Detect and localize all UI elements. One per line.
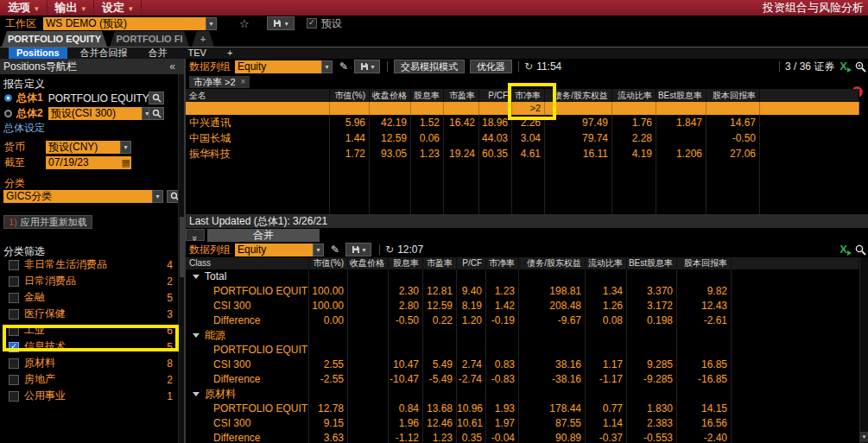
column-header-4[interactable]: 股息率 (389, 257, 423, 269)
portfolio2-select[interactable]: 预设(CSI 300) (48, 107, 142, 120)
column-header-9[interactable]: 流动比率 (612, 89, 656, 102)
column-header-10[interactable]: BEst股息率 (656, 89, 706, 102)
group-1-row-3[interactable]: Difference0.00-0.500.221.20-0.19-9.670.0… (186, 313, 859, 328)
security-row-3[interactable]: 振华科技1.7293.051.2319.2460.354.6116.114.19… (186, 146, 859, 161)
filter-row-2[interactable]: 日常消费品2 (0, 273, 180, 289)
filter-checkbox[interactable] (9, 309, 19, 320)
dataset-select[interactable]: Equity (235, 60, 321, 73)
workspace-caret-button[interactable]: ▾ (206, 17, 217, 30)
edit-pencil-icon[interactable]: ✎ (331, 244, 339, 256)
group-3-row-1[interactable]: PORTFOLIO EQUITY12.780.8413.6810.961.931… (186, 402, 859, 416)
column-header-11[interactable]: 股本回报率 (706, 89, 760, 102)
portfolio1-search-button[interactable] (149, 92, 164, 104)
dataset-select[interactable]: Equity (235, 244, 313, 256)
security-row-2[interactable]: 中国长城1.4412.590.0644.033.0479.742.28-0.50 (186, 130, 859, 146)
column-header-11[interactable]: 股本回报率 (677, 257, 732, 269)
filter-cell-10[interactable] (656, 102, 706, 115)
filter-row-1[interactable]: 非日常生活消费品4 (0, 256, 180, 273)
menubar-item[interactable]: 输出▾ (48, 0, 95, 16)
group-1-row-2[interactable]: CSI 300100.002.8012.598.191.42208.481.26… (186, 299, 859, 313)
view-tab-1[interactable]: Positions (9, 47, 67, 59)
group-2-row-3[interactable]: Difference-2.55-10.47-5.49-2.74-0.83-38.… (186, 372, 859, 387)
filter-row-8[interactable]: 房地产2 (0, 371, 180, 388)
column-header-1[interactable]: 全名 (186, 89, 330, 102)
preset-checkbox[interactable]: ✓ (307, 18, 317, 28)
apply-reload-button[interactable]: 1) 应用并重新加载 (3, 215, 92, 229)
filter-cell-1[interactable] (186, 102, 330, 115)
filter-checkbox[interactable] (9, 391, 19, 402)
zoom-icon[interactable] (855, 244, 866, 256)
portfolio1-radio[interactable] (4, 94, 12, 102)
filter-cell-11[interactable] (706, 102, 760, 115)
trade-simulation-button[interactable]: 交易模拟模式 (394, 60, 465, 73)
excel-export-icon[interactable]: X (839, 60, 847, 73)
favorite-star-icon[interactable]: ☆ (239, 17, 250, 30)
filter-cell-12[interactable] (760, 102, 859, 115)
group-2-row-1[interactable]: PORTFOLIO EQUITY (186, 343, 859, 358)
portfolio2-search-button[interactable] (149, 107, 164, 120)
filter-cell-3[interactable] (370, 102, 411, 115)
column-header-5[interactable]: 市盈率 (423, 257, 457, 269)
window-tab-3[interactable]: + (192, 31, 214, 47)
filter-row-9[interactable]: 公用事业1 (0, 388, 180, 404)
menubar-item[interactable]: 设定▾ (94, 0, 142, 16)
filter-checkbox[interactable] (9, 375, 19, 385)
collapse-triangle-icon[interactable] (193, 275, 200, 279)
view-tab-4[interactable]: TEV (181, 47, 214, 59)
group-row-3[interactable]: 原材料 (186, 387, 859, 402)
column-header-8[interactable]: 债务/股东权益 (519, 257, 586, 269)
filter-row-7[interactable]: 原材料8 (0, 355, 180, 371)
filter-row-4[interactable]: 医疗保健3 (0, 306, 180, 322)
empty-row[interactable] (186, 193, 859, 208)
column-header-1[interactable]: Class (186, 257, 309, 269)
refresh-icon[interactable]: ↻ (524, 60, 533, 73)
column-header-2[interactable]: 市值(%) (330, 89, 370, 102)
empty-row[interactable] (186, 177, 859, 193)
currency-caret-button[interactable]: ▾ (120, 141, 131, 154)
group-row-1[interactable]: Total (186, 269, 859, 284)
save-button[interactable]: ▾ (267, 16, 295, 30)
expander-button[interactable]: » (186, 229, 205, 241)
portfolio2-radio[interactable] (4, 110, 12, 117)
workspace-input[interactable]: WS DEMO (预设) (43, 17, 206, 30)
view-tab-3[interactable]: 合并 (141, 47, 175, 59)
currency-select[interactable]: 预设(CNY) (46, 141, 120, 154)
scroll-down-arrow[interactable]: ▼ (860, 432, 868, 442)
menubar-item[interactable]: 选项▾ (0, 0, 48, 16)
refresh-icon[interactable]: ↻ (385, 244, 394, 256)
merge-tab[interactable]: 合并 (207, 229, 320, 242)
column-header-2[interactable]: 市值(%) (309, 257, 348, 269)
empty-row[interactable] (186, 208, 859, 214)
group-2-row-2[interactable]: CSI 3002.5510.475.492.740.8338.161.179.2… (186, 358, 859, 372)
classification-caret-button[interactable]: ▾ (152, 190, 163, 203)
filter-checkbox[interactable] (9, 293, 19, 303)
dataset-caret-button[interactable]: ▾ (321, 60, 333, 73)
collapse-triangle-icon[interactable] (193, 392, 200, 396)
excel-export-icon[interactable]: X (839, 244, 847, 256)
column-header-3[interactable]: 收盘价格 (370, 89, 411, 102)
group-3-row-2[interactable]: CSI 3009.151.9612.4610.611.9787.551.142.… (186, 416, 859, 431)
dataset-caret-button[interactable]: ▾ (313, 244, 324, 256)
save-columns-button[interactable]: ▾ (354, 60, 380, 73)
edit-pencil-icon[interactable]: ✎ (339, 60, 348, 73)
column-header-7[interactable]: 市净率 (486, 257, 519, 269)
group-row-2[interactable]: 能源 (186, 328, 859, 343)
view-tab-5[interactable]: + (219, 47, 240, 59)
calendar-icon[interactable]: ▦ (122, 156, 130, 169)
column-header-9[interactable]: 流动比率 (586, 257, 627, 269)
zoom-icon[interactable] (855, 61, 866, 73)
save-columns-button[interactable]: ▾ (345, 243, 371, 256)
group-3-row-3[interactable]: Difference3.63-1.121.230.35-0.0490.89-0.… (186, 431, 859, 443)
column-header-4[interactable]: 股息率 (411, 89, 444, 102)
filter-checkbox[interactable] (9, 276, 19, 287)
asof-date-input[interactable]: 07/19/23 ▦ (46, 156, 131, 169)
filter-row-3[interactable]: 金融5 (0, 289, 180, 306)
portfolio-settings-link[interactable]: 总体设定 (3, 121, 45, 136)
optimizer-button[interactable]: 优化器 (470, 60, 512, 73)
column-header-10[interactable]: BEst股息率 (627, 257, 677, 269)
column-header-5[interactable]: 市盈率 (444, 89, 479, 102)
filter-checkbox[interactable] (9, 358, 19, 369)
filter-cell-4[interactable] (411, 102, 444, 115)
collapse-triangle-icon[interactable] (193, 333, 200, 338)
classification-select[interactable]: GICS分类 (3, 190, 152, 203)
